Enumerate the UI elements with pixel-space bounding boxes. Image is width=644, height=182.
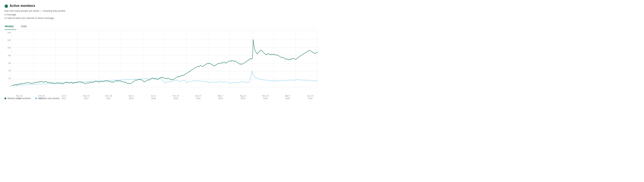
y-label-120: 120 [8,39,11,41]
page-title: Active members [10,4,35,8]
y-label-20: 20 [8,77,11,79]
x-label-dec23: Dec 232017 [106,95,112,100]
y-axis: 140 120 100 80 60 40 20 0 [4,32,12,87]
y-label-0: 0 [10,85,11,87]
weekly-active-line [12,39,318,85]
chart-icon: ⬤ [4,4,8,8]
legend-dot-weekly [4,98,6,99]
x-axis: Nov 182016 Feb 262017 Jun 62017 Sep 1420… [12,87,318,95]
x-label-nov18: Nov 182016 [16,95,22,100]
chart-container: 140 120 100 80 60 40 20 0 [4,32,318,95]
y-label-60: 60 [8,62,11,64]
grid-lines [12,32,318,87]
y-label-80: 80 [8,55,11,57]
y-label-100: 100 [8,47,11,49]
members-posted-line [12,71,318,86]
x-label-aug15: Aug 152019 [240,95,246,100]
x-label-mar2: Mar 22020 [285,95,290,100]
chart-area [12,32,318,87]
header-row: ⬤ Active members [4,4,318,8]
legend-dot-posted [35,98,37,99]
x-label-jun6: Jun 62017 [62,95,66,100]
subtitle: See how many people are active — meaning… [4,9,67,20]
chart-svg [12,32,318,87]
x-label-nov23: Nov 232019 [262,95,269,100]
tabs-row: Weekly Daily [4,23,318,30]
x-label-oct19: Oct 192018 [173,95,179,100]
x-label-sep14: Sep 142017 [83,95,90,100]
x-label-may7: May 72019 [218,95,223,100]
tab-daily[interactable]: Daily [21,23,29,30]
x-label-jan27: Jan 272019 [195,95,201,100]
x-label-apr2: Apr 22018 [129,95,134,100]
y-label-40: 40 [8,70,11,72]
x-label-feb26: Feb 262017 [38,95,45,100]
x-label-jul11: Jul 112018 [151,95,156,100]
legend: Weekly active members Members who posted [4,97,318,100]
x-label-jun10: Jun 102020 [307,95,313,100]
y-label-140: 140 [8,32,11,34]
tab-weekly[interactable]: Weekly [4,23,16,30]
